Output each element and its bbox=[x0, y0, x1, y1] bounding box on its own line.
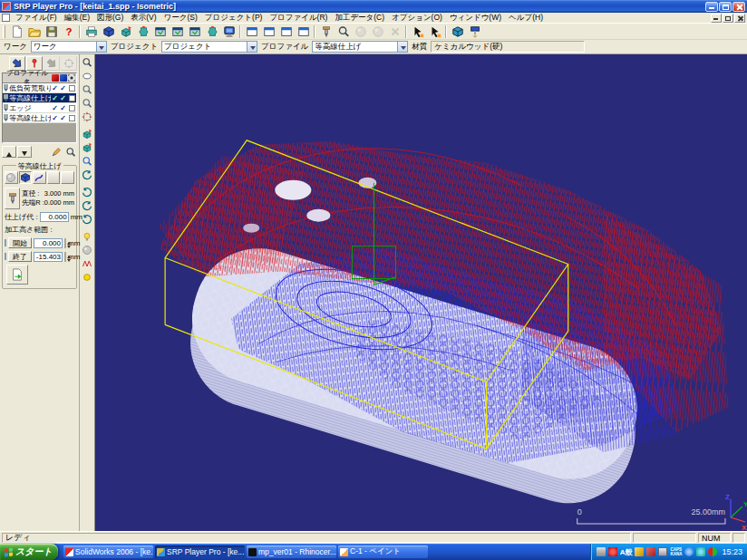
tray-app-icon-2[interactable] bbox=[646, 547, 655, 556]
end-button[interactable]: 終了 bbox=[8, 251, 32, 262]
cut-model-window-button[interactable] bbox=[186, 24, 203, 39]
material-pot-button[interactable] bbox=[134, 24, 151, 39]
tray-hardware-icon[interactable] bbox=[597, 547, 606, 556]
mdi-minimize-button[interactable] bbox=[711, 14, 722, 23]
rotate-left-button[interactable] bbox=[81, 199, 94, 212]
tray-language-icon[interactable] bbox=[684, 547, 694, 556]
menu-view[interactable]: 表示(V) bbox=[127, 13, 160, 24]
mdi-restore-button[interactable] bbox=[723, 14, 733, 23]
task-solidworks[interactable]: SolidWorks 2006 - [ke... bbox=[63, 546, 153, 558]
start-height-input[interactable] bbox=[34, 238, 63, 248]
wireframe-view-button[interactable] bbox=[81, 257, 94, 270]
tool-settings-button[interactable] bbox=[317, 24, 335, 39]
menu-shape[interactable]: 図形(G) bbox=[93, 13, 127, 24]
point-display-button[interactable] bbox=[81, 271, 94, 284]
shaded-view-button[interactable] bbox=[81, 244, 94, 256]
start-range-checkbox[interactable] bbox=[5, 239, 6, 246]
profile-row-selected[interactable]: 等高線仕上げ ✓ ✓ bbox=[3, 93, 76, 103]
menu-work[interactable]: ワーク(S) bbox=[160, 13, 201, 24]
view-magnifier-button[interactable] bbox=[335, 24, 352, 39]
preview-screen-button[interactable] bbox=[220, 24, 238, 39]
profile-row[interactable]: 低負荷荒取り ✓ ✓ bbox=[3, 83, 76, 93]
start-button[interactable]: 開始 bbox=[8, 237, 32, 248]
end-range-checkbox[interactable] bbox=[5, 253, 6, 260]
viewport-3d-canvas[interactable]: 0 25.00mm Z Y X bbox=[95, 54, 747, 531]
new-file-button[interactable] bbox=[8, 24, 25, 39]
mdi-document-icon[interactable] bbox=[2, 14, 10, 22]
maximize-button[interactable] bbox=[719, 2, 732, 12]
export-model-button[interactable] bbox=[449, 24, 466, 39]
menu-cutting-data[interactable]: 加工データ(C) bbox=[331, 13, 388, 24]
toolbar-grip[interactable] bbox=[3, 25, 5, 38]
menu-window[interactable]: ウィンドウ(W) bbox=[446, 13, 505, 24]
tray-status-icon[interactable] bbox=[708, 547, 717, 556]
menu-help[interactable]: ヘルプ(H) bbox=[505, 13, 547, 24]
tray-app-icon-1[interactable] bbox=[635, 547, 644, 556]
start-spinner[interactable] bbox=[64, 238, 66, 248]
profile-row[interactable]: エッジ ✓ ✓ bbox=[3, 103, 76, 113]
pick-cursor-1-button[interactable] bbox=[409, 24, 426, 39]
chevron-down-icon[interactable] bbox=[397, 42, 407, 52]
minimize-button[interactable] bbox=[705, 2, 718, 12]
curve-mode-button[interactable] bbox=[33, 171, 46, 184]
orbit-button[interactable] bbox=[81, 186, 94, 198]
edit-note-button[interactable] bbox=[49, 146, 63, 158]
close-button[interactable] bbox=[732, 2, 745, 12]
end-spinner[interactable] bbox=[64, 252, 66, 262]
panel-pot-button[interactable] bbox=[295, 24, 312, 39]
menu-project[interactable]: プロジェクト(P) bbox=[201, 13, 267, 24]
title-bar[interactable]: SRP Player Pro - [keitai_1.spp - Isometr… bbox=[0, 0, 747, 13]
output-toolpath-button[interactable] bbox=[6, 265, 28, 285]
rotate-cube-button-2[interactable] bbox=[81, 141, 94, 154]
panel-button[interactable] bbox=[243, 24, 260, 39]
print-output-button[interactable] bbox=[82, 24, 100, 39]
work-combo[interactable]: ワーク bbox=[31, 41, 107, 53]
allowance-input[interactable] bbox=[40, 212, 69, 222]
move-row-down-button[interactable] bbox=[17, 146, 32, 158]
tray-app-icon-3[interactable] bbox=[658, 547, 667, 556]
zoom-ellipse-button[interactable] bbox=[81, 70, 94, 82]
help-button[interactable] bbox=[60, 24, 77, 39]
update-window-button[interactable] bbox=[169, 24, 186, 39]
menu-options[interactable]: オプション(O) bbox=[388, 13, 446, 24]
zoom-dynamic-button[interactable] bbox=[81, 155, 94, 168]
project-combo[interactable]: プロジェクト bbox=[161, 41, 257, 53]
profile-row[interactable]: 等高線仕上げ1 ✓ ✓ bbox=[3, 113, 76, 123]
model-window-button[interactable] bbox=[151, 24, 169, 39]
tray-network-icon[interactable] bbox=[696, 547, 705, 556]
pick-cursor-2-button[interactable] bbox=[426, 24, 443, 39]
zoom-window-button[interactable] bbox=[81, 97, 94, 110]
zoom-in-button[interactable] bbox=[81, 56, 94, 69]
profile-combo[interactable]: 等高線仕上げ bbox=[312, 41, 408, 53]
sphere-mode-button[interactable] bbox=[5, 171, 18, 184]
panel-copy-button[interactable] bbox=[277, 24, 295, 39]
start-cutting-button[interactable] bbox=[466, 24, 483, 39]
end-height-input[interactable] bbox=[34, 252, 63, 262]
browse-log-button[interactable] bbox=[63, 146, 77, 158]
light-toggle-button[interactable] bbox=[81, 230, 94, 243]
blank-mode-button-1[interactable] bbox=[47, 171, 61, 184]
visibility-checkbox[interactable] bbox=[69, 105, 75, 111]
zoom-previous-button[interactable] bbox=[81, 83, 94, 96]
menu-profile[interactable]: プロファイル(R) bbox=[266, 13, 331, 24]
tray-alert-icon[interactable] bbox=[608, 547, 617, 556]
menu-edit[interactable]: 編集(E) bbox=[61, 13, 93, 24]
menu-file[interactable]: ファイル(F) bbox=[12, 13, 61, 24]
task-srp-player[interactable]: SRP Player Pro - [ke... bbox=[155, 546, 245, 558]
task-paint[interactable]: C-1 - ペイント bbox=[338, 546, 428, 558]
open-file-button[interactable] bbox=[25, 24, 43, 39]
tool-select-button[interactable] bbox=[5, 188, 20, 209]
clock[interactable]: 15:23 bbox=[720, 547, 742, 556]
pot-window-button[interactable] bbox=[203, 24, 220, 39]
ime-mode-indicator[interactable]: A般 bbox=[620, 547, 633, 557]
chevron-down-icon[interactable] bbox=[247, 42, 257, 52]
rotate-model-button[interactable] bbox=[117, 24, 134, 39]
workpiece-cube-button[interactable] bbox=[100, 24, 117, 39]
pan-button[interactable] bbox=[81, 169, 94, 181]
cube-mode-button[interactable] bbox=[19, 171, 33, 184]
blank-mode-button-2[interactable] bbox=[61, 171, 74, 184]
visibility-checkbox[interactable] bbox=[69, 95, 75, 101]
chevron-down-icon[interactable] bbox=[96, 42, 106, 52]
start-button[interactable]: スタート bbox=[0, 544, 58, 560]
move-row-up-button[interactable] bbox=[2, 146, 16, 158]
